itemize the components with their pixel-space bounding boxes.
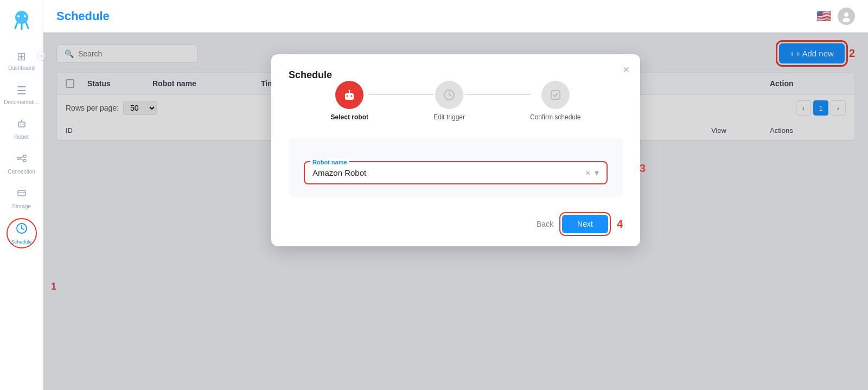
sidebar-item-documentation[interactable]: ☰ Documentati... bbox=[3, 80, 40, 110]
step-select-robot: Select robot bbox=[331, 81, 368, 121]
field-label: Robot name bbox=[310, 159, 349, 165]
sidebar-item-schedule-label: Schedule bbox=[11, 239, 32, 245]
svg-point-0 bbox=[15, 11, 28, 24]
modal-title: Schedule bbox=[289, 69, 332, 80]
modal-close-button[interactable]: × bbox=[623, 64, 629, 75]
svg-line-3 bbox=[26, 23, 28, 28]
robot-name-input[interactable] bbox=[312, 168, 585, 177]
svg-point-4 bbox=[17, 15, 20, 17]
robot-name-field-wrapper[interactable]: × ▾ bbox=[304, 161, 608, 184]
svg-rect-12 bbox=[23, 155, 26, 157]
header-right: 🇺🇸 bbox=[816, 8, 855, 25]
svg-line-14 bbox=[20, 156, 23, 158]
schedule-icon bbox=[16, 222, 28, 237]
annotation-4: 4 bbox=[617, 218, 623, 231]
sidebar-item-storage[interactable]: Storage bbox=[3, 183, 40, 214]
step-confirm-schedule: Confirm schedule bbox=[530, 81, 580, 121]
svg-line-20 bbox=[22, 228, 24, 229]
annotation-3: 3 bbox=[640, 162, 646, 174]
app-logo[interactable] bbox=[10, 9, 34, 35]
svg-point-25 bbox=[351, 95, 353, 97]
dashboard-icon: ⊞ bbox=[17, 50, 26, 63]
svg-point-24 bbox=[347, 95, 348, 97]
svg-point-7 bbox=[20, 124, 21, 125]
robot-icon bbox=[16, 118, 27, 132]
svg-rect-6 bbox=[18, 122, 25, 127]
modal-footer: Back Next 4 bbox=[289, 210, 623, 233]
dropdown-icon[interactable]: ▾ bbox=[595, 168, 599, 178]
storage-icon bbox=[16, 188, 27, 201]
connection-icon bbox=[16, 153, 27, 167]
steps-container: Select robot Edit trigger bbox=[289, 81, 623, 121]
svg-point-10 bbox=[21, 120, 22, 121]
svg-line-15 bbox=[20, 158, 23, 161]
svg-rect-11 bbox=[17, 157, 20, 159]
sidebar-item-schedule[interactable]: Schedule bbox=[7, 218, 37, 248]
svg-line-1 bbox=[15, 23, 17, 28]
step-edit-trigger: Edit trigger bbox=[433, 81, 465, 121]
chevron-right-icon: › bbox=[41, 53, 42, 59]
modal-overlay: Schedule × bbox=[43, 33, 868, 390]
sidebar-item-robot[interactable]: Robot bbox=[3, 114, 40, 144]
user-avatar[interactable] bbox=[838, 8, 855, 25]
sidebar-item-robot-label: Robot bbox=[14, 134, 29, 140]
back-button[interactable]: Back bbox=[537, 220, 553, 228]
step-2-label: Edit trigger bbox=[433, 113, 465, 121]
step-1-circle bbox=[335, 81, 363, 109]
close-icon: × bbox=[623, 63, 629, 75]
page-title: Schedule bbox=[56, 9, 110, 23]
svg-rect-23 bbox=[345, 93, 354, 100]
step-1-label: Select robot bbox=[331, 113, 368, 121]
step-3-circle bbox=[541, 81, 570, 109]
svg-point-8 bbox=[22, 124, 23, 125]
svg-point-27 bbox=[349, 90, 350, 92]
sidebar: ⊞ Dashboard ☰ Documentati... Robot Conne… bbox=[0, 0, 43, 390]
sidebar-item-documentation-label: Documentati... bbox=[4, 99, 39, 105]
schedule-modal: Schedule × bbox=[271, 54, 640, 246]
step-line-1 bbox=[368, 94, 433, 95]
clear-icon[interactable]: × bbox=[585, 168, 590, 178]
step-line-2 bbox=[465, 94, 530, 95]
svg-point-22 bbox=[843, 18, 850, 22]
svg-rect-31 bbox=[551, 91, 560, 99]
documentation-icon: ☰ bbox=[17, 84, 27, 97]
main-content: Schedule 🇺🇸 🔍 + + Add new 2 bbox=[43, 0, 868, 390]
header: Schedule 🇺🇸 bbox=[43, 0, 868, 33]
next-button[interactable]: Next bbox=[562, 215, 608, 233]
svg-line-30 bbox=[449, 95, 451, 96]
sidebar-item-connection-label: Connection bbox=[8, 169, 35, 175]
svg-rect-13 bbox=[23, 159, 26, 162]
svg-rect-16 bbox=[18, 190, 25, 196]
svg-point-5 bbox=[24, 15, 26, 17]
field-action-icons: × ▾ bbox=[585, 168, 599, 178]
step-3-label: Confirm schedule bbox=[530, 113, 580, 121]
field-container: Robot name × ▾ 3 bbox=[289, 138, 623, 197]
svg-point-21 bbox=[844, 12, 848, 17]
content-area: 🔍 + + Add new 2 Status Robot name Timezo… bbox=[43, 33, 868, 390]
sidebar-item-connection[interactable]: Connection bbox=[3, 149, 40, 179]
step-2-circle bbox=[435, 81, 463, 109]
sidebar-item-dashboard[interactable]: ⊞ Dashboard bbox=[3, 46, 40, 75]
sidebar-item-dashboard-label: Dashboard bbox=[8, 65, 35, 71]
language-flag-icon[interactable]: 🇺🇸 bbox=[816, 9, 831, 23]
sidebar-item-storage-label: Storage bbox=[12, 203, 31, 209]
